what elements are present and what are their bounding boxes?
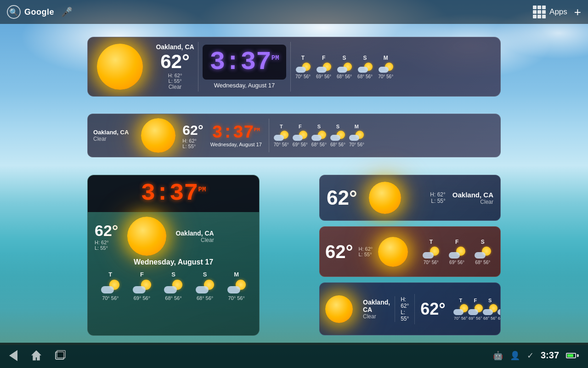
widget1-clock-section: 3:37PM Wednesday, August 17 (198, 40, 290, 93)
status-bar: 🔍 Google 🎤 Apps + (0, 0, 588, 24)
back-button[interactable] (9, 350, 17, 361)
forecast-day-3: S 68° 56° (337, 55, 352, 79)
home-button[interactable] (31, 351, 41, 361)
w2-forecast-day-4: S 68° 56° (330, 124, 345, 147)
widget2-sun-icon (141, 118, 175, 153)
widget1-date: Wednesday, August 17 (214, 82, 275, 89)
widget2-temp-section: 62° H: 62° L: 55° (182, 122, 203, 149)
battery-fill (567, 354, 573, 357)
widget2-hi: H: 62° (182, 138, 203, 144)
widget4-temp: 62° (320, 186, 364, 209)
widget2-clock-section: 3:37PM Wednesday, August 17 (204, 122, 269, 150)
widget2-time: 3:37PM (210, 124, 262, 142)
w2-forecast-icon-2 (293, 131, 307, 141)
widget4-location: Oakland, CA (452, 191, 493, 199)
widget-6-full[interactable]: Oakland, CA Clear H: 62° L: 55° 62° T 70… (319, 282, 501, 335)
widget1-temp: 62° (160, 51, 190, 73)
w3-forecast-5: M 70° 56° (227, 271, 246, 301)
widget2-forecast: T 70° 56° F 69° 56° S 68° 56° S 68° 56° … (269, 121, 369, 150)
w6-icon-4 (498, 304, 501, 315)
widget-1-large-bar[interactable]: Oakland, CA 62° H: 62° L: 55° Clear 3:37… (87, 37, 501, 97)
w6-day-2: F 69° 56° (468, 298, 483, 321)
w6-day-4: S 68° 56° (498, 298, 501, 321)
widget3-location: Oakland, CA (175, 230, 214, 237)
forecast-day-5: M 70° 56° (378, 55, 393, 79)
w2-forecast-day-3: S 68° 56° (311, 124, 327, 147)
widget5-lo: L: 55° (359, 252, 373, 257)
widget3-location-section: Oakland, CA Clear (175, 230, 214, 243)
forecast-day-1: T 70° 56° (295, 55, 311, 79)
widget3-weather-row: 62° H: 62° L: 55° Oakland, CA Clear (95, 214, 252, 258)
w5-day-3: S 68° 56° (475, 239, 491, 265)
widget2-location: Oakland, CA (93, 129, 129, 136)
w3-forecast-icon-5 (227, 280, 246, 293)
widget3-temp-section: 62° H: 62° L: 55° (95, 222, 118, 251)
check-icon: ✓ (527, 351, 534, 361)
widget5-hilo: H: 62° L: 55° (359, 246, 373, 257)
forecast-icon-1 (296, 63, 311, 73)
user-icon: 👤 (510, 351, 520, 361)
widget5-sun-icon (378, 237, 408, 267)
battery-icon (566, 353, 579, 358)
widget6-hi: H: 62° (401, 296, 409, 309)
battery-tip (577, 354, 579, 357)
widget3-forecast: T 70° 56° F 69° 56° S (95, 271, 252, 301)
w5-icon-2 (449, 247, 465, 259)
widget5-forecast: T 70° 56° F 69° 56° S (413, 239, 500, 265)
widget6-sun-icon (325, 295, 353, 323)
widget6-location: Oakland, CA (363, 299, 390, 313)
w5-day-2: F 69° 56° (449, 239, 465, 265)
widget1-sun-icon (97, 44, 143, 90)
widget-2-medium-bar[interactable]: Oakland, CA Clear 62° H: 62° L: 55° 3:37… (87, 114, 501, 157)
google-label: Google (24, 7, 54, 17)
widget1-condition: Clear (169, 84, 182, 90)
widget-5-forecast[interactable]: 62° H: 62° L: 55° T 70° 56° F 69° 5 (319, 226, 501, 277)
widget4-info: H: 62° L: 55° (430, 191, 452, 204)
forecast-icon-4 (358, 63, 373, 73)
widget1-clock-box: 3:37PM (203, 45, 286, 80)
nav-time: 3:37 (541, 350, 559, 361)
apps-button[interactable]: Apps (533, 6, 567, 18)
widget4-location-section: Oakland, CA Clear (452, 191, 500, 205)
widget3-condition: Clear (201, 237, 214, 243)
android-icon: 🤖 (493, 351, 503, 361)
w2-forecast-icon-4 (330, 131, 345, 141)
nav-left (9, 350, 64, 361)
widgets-area: Oakland, CA 62° H: 62° L: 55° Clear 3:37… (0, 24, 588, 343)
apps-grid-icon (533, 6, 546, 18)
w3-forecast-icon-1 (101, 280, 119, 293)
w6-icon-3 (483, 304, 498, 315)
widget1-lo: L: 55° (169, 78, 182, 84)
search-bar[interactable]: 🔍 Google (7, 5, 54, 19)
recent-apps-button[interactable] (55, 351, 64, 360)
widget3-clock-bar: 3:37PM (88, 175, 259, 212)
add-button[interactable]: + (574, 5, 581, 19)
forecast-day-4: S 68° 56° (357, 55, 373, 79)
mic-icon[interactable]: 🎤 (61, 6, 73, 17)
widget-4-compact[interactable]: 62° H: 62° L: 55° Oakland, CA Clear (319, 175, 501, 221)
forecast-icon-5 (379, 63, 393, 73)
widget6-temp-section: H: 62° L: 55° (395, 294, 415, 324)
widget6-temp: 62° (415, 299, 451, 319)
forecast-icon-3 (337, 63, 352, 73)
forecast-day-2: F 69° 56° (316, 55, 331, 79)
widget4-lo: L: 55° (431, 198, 446, 204)
widget-3-large[interactable]: 3:37PM 62° H: 62° L: 55° Oakland, CA Cle… (87, 175, 260, 336)
nav-bar: 🤖 👤 ✓ 3:37 (0, 343, 588, 368)
w3-forecast-icon-2 (133, 280, 151, 293)
widget6-condition: Clear (363, 313, 390, 320)
w2-forecast-day-1: T 70° 56° (274, 124, 289, 147)
w2-forecast-day-5: M 70° 56° (349, 124, 364, 147)
widget1-location: Oakland, CA (156, 43, 194, 51)
widget6-lo: L: 55° (401, 309, 409, 322)
widget2-lo: L: 55° (182, 144, 203, 149)
w6-icon-2 (468, 304, 483, 315)
widget6-forecast: T 70° 56° F 69° 56° S (451, 298, 501, 321)
widget5-temp: 62° (320, 242, 359, 262)
w2-forecast-day-2: F 69° 56° (293, 124, 308, 147)
widget3-lo: L: 55° (95, 245, 118, 251)
widget5-hi: H: 62° (359, 246, 373, 252)
w3-forecast-2: F 69° 56° (133, 271, 151, 301)
widget6-location-section: Oakland, CA Clear (358, 296, 395, 322)
w2-forecast-icon-1 (274, 131, 288, 141)
